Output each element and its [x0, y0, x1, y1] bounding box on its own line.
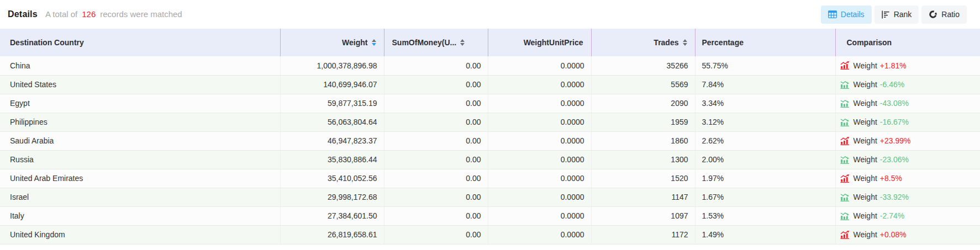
cell-percentage: 2.62% [695, 131, 835, 150]
title-group: Details A total of126records were matche… [8, 9, 182, 19]
cell-percentage: 55.75% [695, 56, 835, 75]
cell-weight-unit-price: 0.0000 [488, 56, 591, 75]
cell-trades: 2090 [591, 94, 695, 113]
cell-weight-unit-price: 0.0000 [488, 150, 591, 169]
comparison-change-value: +23.99% [880, 136, 911, 145]
cell-comparison: Weight -43.08% [835, 94, 980, 113]
cell-comparison: Weight +1.81% [835, 56, 980, 75]
table-row: Italy 27,384,601.50 0.00 0.0000 1097 1.5… [0, 206, 980, 225]
comparison-metric-label: Weight [853, 80, 877, 89]
rank-view-button[interactable]: Rank [874, 6, 919, 24]
cell-trades: 1300 [591, 150, 695, 169]
cell-weight: 35,830,886.44 [280, 150, 384, 169]
cell-comparison: Weight -33.92% [835, 188, 980, 206]
table-row: China 1,000,378,896.98 0.00 0.0000 35266… [0, 56, 980, 75]
column-header-comparison: Comparison [835, 29, 980, 56]
trades-sort-control[interactable] [683, 39, 687, 46]
cell-percentage: 1.53% [695, 206, 835, 225]
cell-sum-of-money: 0.00 [384, 188, 488, 206]
cell-destination-country: Egypt [0, 94, 280, 113]
cell-trades: 1097 [591, 206, 695, 225]
details-view-button[interactable]: Details [821, 6, 872, 24]
cell-weight-unit-price: 0.0000 [488, 169, 591, 188]
comparison-badge: Weight +1.81% [840, 61, 980, 70]
cell-destination-country: United Arab Emirates [0, 169, 280, 188]
comparison-metric-label: Weight [853, 155, 877, 164]
cell-comparison: Weight +8.5% [835, 169, 980, 188]
comparison-metric-label: Weight [853, 174, 877, 183]
cell-destination-country: Philippines [0, 113, 280, 131]
rank-view-label: Rank [894, 10, 912, 19]
cell-trades: 1959 [591, 113, 695, 131]
cell-trades: 5569 [591, 75, 695, 94]
column-header-sum-of-money[interactable]: SumOfMoney(U... [384, 29, 488, 56]
comparison-badge: Weight -43.08% [840, 99, 980, 108]
comparison-change-value: +1.81% [880, 61, 907, 70]
sort-asc-icon [460, 39, 465, 42]
comparison-metric-label: Weight [853, 61, 877, 70]
trend-down-chart-icon [840, 212, 850, 220]
cell-sum-of-money: 0.00 [384, 56, 488, 75]
cell-sum-of-money: 0.00 [384, 225, 488, 244]
table-body: China 1,000,378,896.98 0.00 0.0000 35266… [0, 56, 980, 244]
sort-asc-icon [372, 39, 376, 42]
column-header-destination-country: Destination Country [0, 29, 280, 56]
cell-trades: 1172 [591, 225, 695, 244]
column-header-trades[interactable]: Trades [591, 29, 695, 56]
cell-weight: 35,410,052.56 [280, 169, 384, 188]
records-table: Destination Country Weight SumOfMoney(U.… [0, 29, 980, 244]
summary-prefix: A total of [45, 9, 77, 19]
comparison-change-value: +8.5% [880, 174, 902, 183]
comparison-metric-label: Weight [853, 211, 877, 220]
view-switcher: Details Rank [821, 6, 967, 24]
weight-sort-control[interactable] [372, 39, 376, 46]
cell-weight-unit-price: 0.0000 [488, 75, 591, 94]
table-row: United Kingdom 26,819,658.61 0.00 0.0000… [0, 225, 980, 244]
sum-of-money-sort-control[interactable] [460, 39, 465, 46]
details-view-label: Details [841, 10, 865, 19]
ratio-icon [929, 10, 937, 19]
trade-details-panel: Details A total of126records were matche… [0, 0, 980, 244]
records-summary: A total of126records were matched [45, 9, 182, 19]
cell-trades: 1147 [591, 188, 695, 206]
table-row: Philippines 56,063,804.64 0.00 0.0000 19… [0, 113, 980, 131]
sort-desc-icon [683, 43, 687, 46]
table-row: Israel 29,998,172.68 0.00 0.0000 1147 1.… [0, 188, 980, 206]
comparison-badge: Weight +8.5% [840, 174, 980, 183]
table-row: United Arab Emirates 35,410,052.56 0.00 … [0, 169, 980, 188]
cell-weight-unit-price: 0.0000 [488, 113, 591, 131]
trend-up-chart-icon [840, 231, 850, 239]
page-title: Details [8, 9, 38, 19]
sort-asc-icon [683, 39, 687, 42]
cell-comparison: Weight +23.99% [835, 131, 980, 150]
cell-destination-country: United Kingdom [0, 225, 280, 244]
column-header-percentage: Percentage [695, 29, 835, 56]
comparison-change-value: -2.74% [880, 211, 904, 220]
summary-suffix: records were matched [100, 9, 182, 19]
comparison-metric-label: Weight [853, 230, 877, 239]
trend-up-chart-icon [840, 174, 850, 183]
trend-down-chart-icon [840, 156, 850, 164]
cell-trades: 1860 [591, 131, 695, 150]
cell-weight: 27,384,601.50 [280, 206, 384, 225]
cell-destination-country: China [0, 56, 280, 75]
comparison-change-value: -23.06% [880, 155, 909, 164]
ratio-view-button[interactable]: Ratio [921, 6, 967, 24]
comparison-change-value: -16.67% [880, 118, 909, 126]
cell-percentage: 7.84% [695, 75, 835, 94]
trend-down-chart-icon [840, 81, 850, 89]
cell-weight: 29,998,172.68 [280, 188, 384, 206]
table-icon [828, 10, 837, 18]
cell-comparison: Weight -2.74% [835, 206, 980, 225]
cell-sum-of-money: 0.00 [384, 169, 488, 188]
comparison-metric-label: Weight [853, 193, 877, 201]
cell-percentage: 1.49% [695, 225, 835, 244]
column-header-weight[interactable]: Weight [280, 29, 384, 56]
trend-down-chart-icon [840, 193, 850, 201]
cell-weight-unit-price: 0.0000 [488, 225, 591, 244]
cell-sum-of-money: 0.00 [384, 206, 488, 225]
sort-desc-icon [460, 43, 465, 46]
cell-percentage: 1.97% [695, 169, 835, 188]
cell-sum-of-money: 0.00 [384, 150, 488, 169]
comparison-change-value: -6.46% [880, 80, 904, 89]
